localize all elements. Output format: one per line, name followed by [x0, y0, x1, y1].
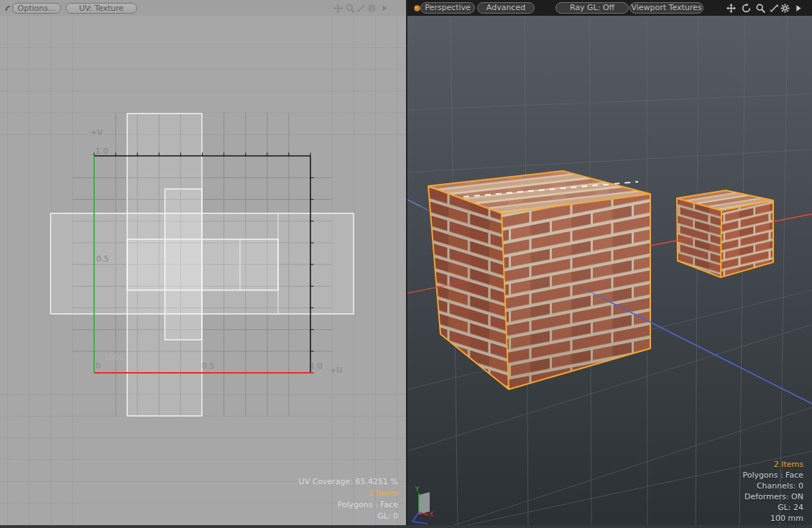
v-mid-label: 0.5: [96, 254, 109, 264]
uv-selection-mode: Polygons : Face: [299, 499, 398, 511]
gl-count: GL: 24: [742, 502, 803, 513]
uv-items-count: 2 Items: [299, 488, 398, 499]
v-axis-label: +V: [91, 128, 103, 137]
uv-island-small-horizontal[interactable]: [127, 239, 278, 290]
uv-editor-header: Options... UV: Texture: [0, 0, 406, 16]
gl-channels: Channels: 0: [742, 481, 803, 491]
u-max-label: 1.0: [310, 361, 323, 371]
gl-selection-mode: Polygons : Face: [742, 470, 803, 481]
pan-icon[interactable]: [333, 3, 343, 14]
application-window: +V 1.0 0.5 0 1001 0.5 1.0 +U Options... …: [0, 0, 812, 528]
gl-items-count: 2 Items: [742, 459, 803, 470]
uv-canvas[interactable]: +V 1.0 0.5 0 1001 0.5 1.0 +U: [0, 0, 406, 528]
pan-icon[interactable]: [726, 3, 737, 14]
gizmo-y-label: Y: [415, 486, 420, 493]
perspective-button[interactable]: Perspective: [420, 2, 475, 14]
uv-coverage-text: UV Coverage: 65.4251 %: [299, 476, 398, 488]
uv-editor-panel: +V 1.0 0.5 0 1001 0.5 1.0 +U Options... …: [0, 0, 406, 528]
u-axis-label: +U: [330, 366, 342, 375]
ray-gl-button[interactable]: Ray GL: Off: [555, 2, 629, 14]
rotate-icon[interactable]: [741, 3, 752, 14]
viewport-stats: 2 Items Polygons : Face Channels: 0 Defo…: [742, 459, 803, 524]
uv-gl-count: GL: 0: [299, 511, 398, 522]
origin-label: 0: [96, 361, 101, 371]
fit-view-icon[interactable]: [769, 3, 780, 14]
gl-deformers: Deformers: ON: [742, 491, 803, 502]
udim-tile-label: 1001: [104, 353, 124, 362]
settings-icon[interactable]: [366, 3, 377, 14]
fit-view-icon[interactable]: [356, 3, 366, 14]
options-button[interactable]: Options...: [12, 3, 61, 14]
window-bottom-edge: [0, 525, 812, 528]
uv-editor-stats: UV Coverage: 65.4251 % 2 Items Polygons …: [299, 476, 398, 522]
advanced-button[interactable]: Advanced: [477, 2, 535, 14]
zoom-icon[interactable]: [755, 3, 766, 14]
viewport-textures-button[interactable]: Viewport Textures: [629, 2, 703, 14]
viewport-header: Perspective Advanced Ray GL: Off Viewpor…: [407, 0, 812, 16]
gizmo-x-label: X: [429, 511, 433, 518]
gl-canvas[interactable]: Y X: [407, 16, 812, 528]
perspective-viewport-panel: Y X Perspective Advanced Ray GL: Off Vie…: [407, 0, 812, 528]
more-icon[interactable]: [379, 3, 389, 14]
gl-grid-size: 100 mm: [742, 513, 803, 524]
v-max-label: 1.0: [96, 147, 109, 156]
uv-texture-button[interactable]: UV: Texture: [65, 3, 137, 14]
cube-small[interactable]: [677, 190, 773, 277]
settings-icon[interactable]: [780, 3, 790, 14]
u-mid-label: 0.5: [202, 361, 215, 371]
workplane-indicator: [419, 492, 430, 514]
more-icon[interactable]: [793, 3, 803, 14]
zoom-icon[interactable]: [345, 3, 356, 14]
